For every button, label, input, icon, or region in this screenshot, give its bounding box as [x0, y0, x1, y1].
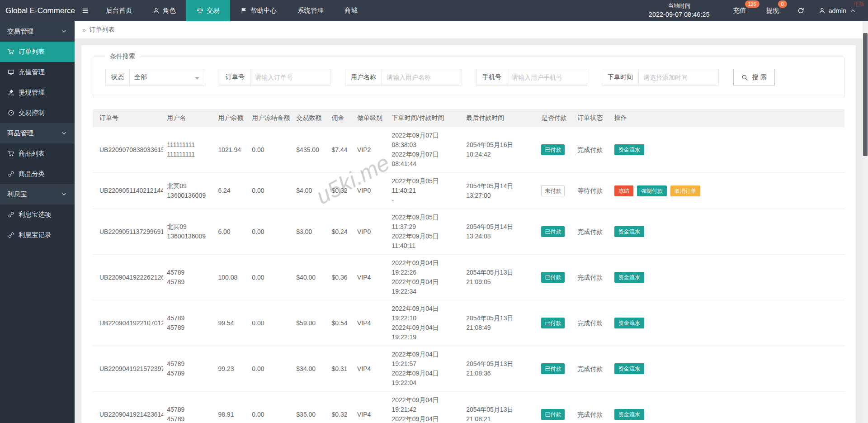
action-button[interactable]: 资金流水 — [614, 144, 644, 155]
paid-status-badge: 已付款 — [541, 409, 565, 420]
cell-status: 完成付款 — [574, 255, 610, 300]
orders-table: 订单号用户名用户余额用户冻结金额交易数额佣金做单级别下单时间/付款时间最后付款时… — [93, 109, 844, 423]
column-header: 交易数额 — [292, 109, 328, 127]
search-button-label: 搜 索 — [752, 73, 767, 81]
column-header: 用户冻结金额 — [248, 109, 292, 127]
sidebar-item-0-3[interactable]: 交易控制 — [0, 103, 75, 123]
cell-commission: $0.36 — [328, 255, 354, 300]
cell-balance: 1021.94 — [214, 127, 248, 173]
sidebar-toggle[interactable] — [75, 0, 95, 21]
cell-paid: 未付款 — [538, 173, 574, 209]
table-row: UB2209051137299691北冥09136001360096.000.0… — [93, 209, 844, 255]
cell-frozen: 0.00 — [248, 346, 292, 392]
sidebar-item-label: 商品列表 — [19, 149, 45, 158]
cell-amount: $34.00 — [292, 346, 328, 392]
cell-paid: 已付款 — [538, 127, 574, 173]
nav-item-5[interactable]: 商城 — [334, 0, 368, 21]
sidebar-group-1[interactable]: 商品管理 — [0, 123, 75, 143]
nav-item-3[interactable]: 帮助中心 — [230, 0, 287, 21]
action-button[interactable]: 资金流水 — [614, 318, 644, 328]
status-select[interactable]: 全部 — [129, 69, 205, 86]
column-header: 用户名 — [163, 109, 214, 127]
sidebar-group-0[interactable]: 交易管理 — [0, 21, 75, 42]
action-button[interactable]: 冻结 — [614, 185, 633, 196]
cell-balance: 6.00 — [214, 209, 248, 255]
sidebar-item-0-2[interactable]: 提现管理 — [0, 82, 75, 103]
cell-status: 完成付款 — [574, 392, 610, 423]
cell-last-pay-time: 2054年05月14日 13:24:08 — [462, 209, 538, 255]
refresh-button[interactable] — [797, 7, 804, 14]
action-button[interactable]: 资金流水 — [614, 226, 644, 237]
cell-frozen: 0.00 — [248, 392, 292, 423]
column-header: 下单时间/付款时间 — [388, 109, 463, 127]
action-button[interactable]: 取消订单 — [670, 185, 700, 196]
cell-order-no: UB2209051137299691 — [93, 209, 163, 255]
sidebar-item-0-1[interactable]: 充值管理 — [0, 62, 75, 82]
local-time: 当地时间 2022-09-07 08:46:25 — [649, 2, 710, 19]
hamburger-icon — [82, 7, 89, 14]
cell-order-no: UB2209051140212144 — [93, 173, 163, 209]
quick-actions: 充值135提现0 — [723, 6, 789, 15]
vertical-scrollbar[interactable] — [863, 21, 868, 423]
nav-item-2[interactable]: 交易 — [186, 0, 230, 21]
search-button[interactable]: 搜 索 — [733, 69, 775, 86]
scales-icon — [197, 7, 203, 14]
column-header: 订单号 — [93, 109, 163, 127]
table-row: UB2209051140212144北冥09136001360096.240.0… — [93, 173, 844, 209]
quick-action-0[interactable]: 充值135 — [733, 6, 746, 15]
action-button[interactable]: 资金流水 — [614, 363, 644, 374]
search-field-input[interactable] — [507, 69, 587, 86]
cell-user: 4578945789 — [163, 346, 214, 392]
app-logo: Global E-Commerce... — [0, 0, 75, 21]
cell-times: 2022年09月04日 19:22:262022年09月04日 19:22:34 — [388, 255, 463, 300]
nav-item-4[interactable]: 系统管理 — [287, 0, 334, 21]
quick-action-1[interactable]: 提现0 — [766, 6, 779, 15]
cell-user: 北冥0913600136009 — [163, 173, 214, 209]
scrollbar-thumb[interactable] — [863, 33, 868, 156]
cell-last-pay-time: 2054年05月13日 21:09:05 — [462, 255, 538, 300]
cell-paid: 已付款 — [538, 300, 574, 346]
action-button[interactable]: 强制付款 — [637, 185, 667, 196]
action-button[interactable]: 资金流水 — [614, 409, 644, 420]
cell-user: 111111111111111111 — [163, 127, 214, 173]
status-filter: 状态 全部 — [105, 69, 205, 86]
search-field-input[interactable] — [382, 69, 462, 86]
sidebar-item-1-0[interactable]: 商品列表 — [0, 143, 75, 164]
nav-item-label: 后台首页 — [106, 6, 132, 15]
cell-frozen: 0.00 — [248, 209, 292, 255]
sidebar-item-0-0[interactable]: 订单列表 — [0, 42, 75, 62]
search-panel: 条件搜索 状态 全部 订单号用户名称手机号下单时间 搜 索 — [93, 52, 844, 97]
quick-action-label: 充值 — [733, 7, 746, 14]
action-button[interactable]: 资金流水 — [614, 272, 644, 283]
sidebar-item-1-1[interactable]: 商品分类 — [0, 164, 75, 184]
table-row: UB2209041922107012457894578999.540.00$59… — [93, 300, 844, 346]
search-field-label: 下单时间 — [602, 69, 639, 86]
sidebar-item-label: 商品分类 — [19, 170, 45, 178]
user-name: admin — [829, 7, 847, 14]
nav-item-1[interactable]: 角色 — [142, 0, 186, 21]
cell-commission: $0.24 — [328, 209, 354, 255]
cell-status: 完成付款 — [574, 127, 610, 173]
search-field-input[interactable] — [638, 69, 719, 86]
monitor-icon — [8, 69, 14, 76]
cell-status: 等待付款 — [574, 173, 610, 209]
corner-watermark: 正版 — [854, 0, 864, 8]
cell-amount: $40.00 — [292, 255, 328, 300]
sidebar-item-2-0[interactable]: 利息宝选项 — [0, 204, 75, 225]
cell-commission: $0.32 — [328, 173, 354, 209]
search-field-input[interactable] — [250, 69, 330, 86]
cell-level: VIP4 — [354, 346, 388, 392]
cell-last-pay-time: 2054年05月16日 10:24:42 — [462, 127, 538, 173]
chevron-down-icon — [195, 77, 199, 80]
cell-actions: 资金流水 — [611, 255, 844, 300]
cell-level: VIP0 — [354, 209, 388, 255]
local-time-value: 2022-09-07 08:46:25 — [649, 10, 710, 19]
sidebar-group-2[interactable]: 利息宝 — [0, 184, 75, 204]
sidebar-item-2-1[interactable]: 利息宝记录 — [0, 225, 75, 245]
nav-item-0[interactable]: 后台首页 — [95, 0, 142, 21]
cell-times: 2022年09月04日 19:21:422022年09月04日 19:21:50 — [388, 392, 463, 423]
cell-paid: 已付款 — [538, 392, 574, 423]
link-icon — [8, 232, 14, 238]
cell-user: 北冥0913600136009 — [163, 209, 214, 255]
cell-status: 完成付款 — [574, 300, 610, 346]
